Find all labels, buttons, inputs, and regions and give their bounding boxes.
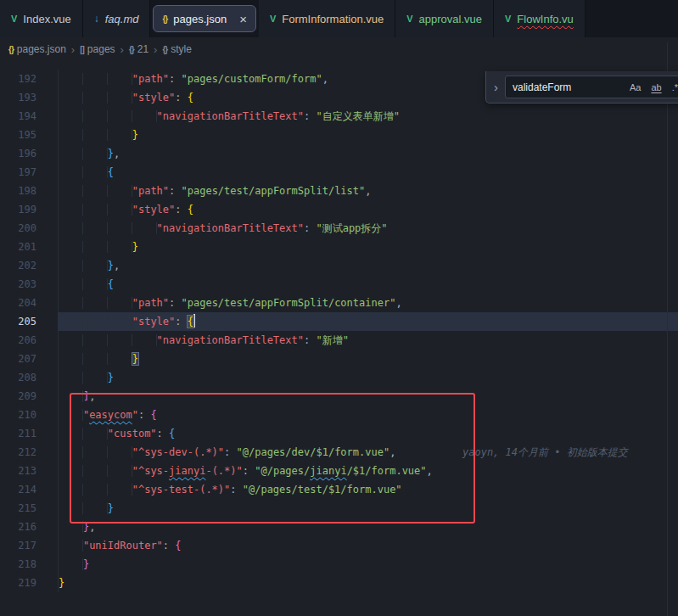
line-number[interactable]: 214 — [0, 480, 59, 499]
code-line-208[interactable]: 208 } — [0, 368, 678, 387]
vue-icon: V — [406, 14, 412, 24]
breadcrumb-item-pages.json[interactable]: {}pages.json — [8, 43, 66, 55]
regex-button[interactable]: .* — [668, 81, 678, 94]
array-symbol-icon: [] — [80, 45, 84, 54]
git-blame-annotation: yaoyn, 14个月前 • 初始版本提交 — [462, 443, 628, 462]
code-line-207[interactable]: 207 } — [0, 350, 678, 368]
line-number[interactable]: 207 — [0, 350, 59, 368]
code-line-202[interactable]: 202 }, — [0, 256, 678, 275]
find-input[interactable] — [513, 81, 613, 93]
breadcrumb-separator: › — [154, 43, 157, 56]
code-line-209[interactable]: 209 ], — [0, 387, 678, 406]
line-number[interactable]: 212 — [0, 443, 59, 462]
tab-label: FlowInfo.vu — [517, 13, 573, 25]
line-number[interactable]: 210 — [0, 406, 59, 424]
line-number[interactable]: 219 — [0, 574, 59, 592]
close-icon[interactable]: × — [239, 13, 247, 25]
code-line-206[interactable]: 206 "navigationBarTitleText": "新增" — [0, 331, 678, 350]
breadcrumb-label: pages.json — [17, 43, 66, 55]
line-number[interactable]: 206 — [0, 331, 59, 350]
code-line-194[interactable]: 194 "navigationBarTitleText": "自定义表单新增" — [0, 107, 678, 126]
line-number[interactable]: 194 — [0, 107, 59, 126]
code-line-201[interactable]: 201 } — [0, 238, 678, 256]
breadcrumb-item-pages[interactable]: []pages — [80, 43, 115, 55]
code-line-214[interactable]: 214 "^sys-test-(.*)": "@/pages/test/$1/f… — [0, 480, 678, 499]
code-line-199[interactable]: 199 "style": { — [0, 200, 678, 219]
tab-label: pages.json — [173, 13, 227, 25]
chevron-right-icon[interactable]: › — [491, 80, 501, 94]
breadcrumb-item-style[interactable]: {}style — [162, 43, 191, 55]
vue-icon: V — [505, 14, 511, 24]
code-line-198[interactable]: 198 "path": "pages/test/appFormSplit/lis… — [0, 182, 678, 200]
line-number[interactable]: 205 — [0, 312, 59, 331]
line-number[interactable]: 196 — [0, 144, 59, 163]
code-line-217[interactable]: 217 "uniIdRouter": { — [0, 536, 678, 555]
breadcrumb-label: pages — [87, 43, 115, 55]
tab-bar: VIndex.vue↓faq.md{}pages.json×VFormInfor… — [0, 0, 678, 37]
breadcrumb-separator: › — [71, 43, 75, 56]
line-number[interactable]: 215 — [0, 499, 59, 518]
code-line-213[interactable]: 213 "^sys-jianyi-(.*)": "@/pages/jianyi/… — [0, 462, 678, 480]
tab-forminformation.vue[interactable]: VFormInformation.vue — [259, 0, 395, 37]
code-area[interactable]: 192 "path": "pages/customForm/form",193 … — [0, 61, 678, 592]
line-number[interactable]: 208 — [0, 368, 59, 387]
code-line-200[interactable]: 200 "navigationBarTitleText": "测试app拆分" — [0, 219, 678, 238]
tab-approval.vue[interactable]: Vapproval.vue — [395, 0, 494, 37]
code-line-218[interactable]: 218 } — [0, 555, 678, 574]
line-number[interactable]: 192 — [0, 70, 59, 88]
find-input-wrap: Aaab.* — [505, 76, 678, 98]
tab-label: FormInformation.vue — [282, 13, 384, 25]
whole-word-button[interactable]: ab — [647, 81, 665, 94]
object-symbol-icon: {} — [162, 45, 167, 54]
line-number[interactable]: 211 — [0, 424, 59, 443]
line-number[interactable]: 197 — [0, 163, 59, 182]
tab-flowinfo.vu[interactable]: VFlowInfo.vu — [494, 0, 586, 37]
code-line-212[interactable]: 212 "^sys-dev-(.*)": "@/pages/dev/$1/for… — [0, 443, 678, 462]
tab-label: faq.md — [105, 13, 139, 25]
code-line-196[interactable]: 196 }, — [0, 144, 678, 163]
breadcrumb-item-21[interactable]: {}21 — [129, 43, 148, 55]
code-line-205[interactable]: 205 "style": { — [0, 312, 678, 331]
code-line-210[interactable]: 210 "easycom": { — [0, 406, 678, 424]
find-buttons: Aaab.* — [625, 81, 678, 94]
breadcrumb: {}pages.json›[]pages›{}21›{}style — [0, 37, 678, 61]
breadcrumb-separator: › — [120, 43, 124, 56]
line-number[interactable]: 199 — [0, 200, 59, 219]
code-line-219[interactable]: 219} — [0, 574, 678, 592]
json-icon: {} — [162, 14, 167, 24]
markdown-icon: ↓ — [94, 13, 99, 25]
line-number[interactable]: 218 — [0, 555, 59, 574]
code-line-195[interactable]: 195 } — [0, 126, 678, 144]
line-number[interactable]: 203 — [0, 275, 59, 294]
code-line-215[interactable]: 215 } — [0, 499, 678, 518]
line-number[interactable]: 198 — [0, 182, 59, 200]
line-number[interactable]: 204 — [0, 294, 59, 312]
tab-index.vue[interactable]: VIndex.vue — [0, 0, 83, 37]
line-number[interactable]: 216 — [0, 518, 59, 536]
code-line-211[interactable]: 211 "custom": { — [0, 424, 678, 443]
line-number[interactable]: 201 — [0, 238, 59, 256]
editor[interactable]: 192 "path": "pages/customForm/form",193 … — [0, 61, 678, 616]
object-symbol-icon: {} — [129, 45, 134, 54]
code-line-203[interactable]: 203 { — [0, 275, 678, 294]
line-number[interactable]: 213 — [0, 462, 59, 480]
breadcrumb-label: style — [171, 43, 192, 55]
line-number[interactable]: 195 — [0, 126, 59, 144]
line-number[interactable]: 209 — [0, 387, 59, 406]
find-widget: › Aaab.* — [485, 71, 678, 104]
tab-faq.md[interactable]: ↓faq.md — [83, 0, 151, 37]
code-line-197[interactable]: 197 { — [0, 163, 678, 182]
match-case-button[interactable]: Aa — [625, 81, 645, 94]
line-number[interactable]: 202 — [0, 256, 59, 275]
line-number[interactable]: 200 — [0, 219, 59, 238]
vue-icon: V — [11, 14, 17, 24]
scrollbar-line — [667, 42, 668, 616]
line-number[interactable]: 193 — [0, 88, 59, 107]
code-line-216[interactable]: 216 }, — [0, 518, 678, 536]
code-line-204[interactable]: 204 "path": "pages/test/appFormSplit/con… — [0, 294, 678, 312]
line-number[interactable]: 217 — [0, 536, 59, 555]
breadcrumb-label: 21 — [137, 43, 148, 55]
tab-pages.json[interactable]: {}pages.json× — [153, 5, 255, 32]
tab-label: Index.vue — [23, 13, 70, 25]
text-cursor — [193, 314, 195, 328]
